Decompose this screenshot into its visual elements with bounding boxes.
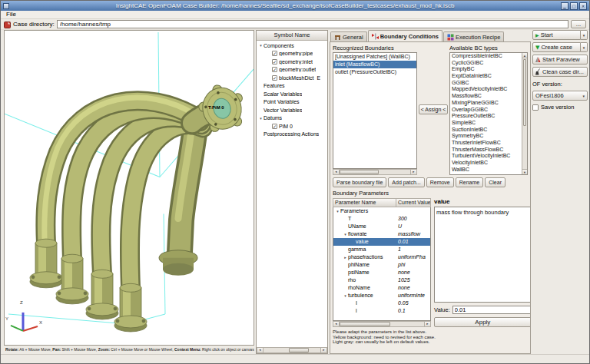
- checkbox-icon[interactable]: ✓: [272, 67, 277, 72]
- start-dropdown-button[interactable]: ▾: [581, 30, 588, 40]
- save-version-checkbox-row[interactable]: Save version: [532, 103, 588, 111]
- tree-h-scrollbar[interactable]: ◂ ▸: [257, 347, 327, 353]
- boundary-item-outlet-pressureoutletbc[interactable]: outlet (PressureOutletBC): [333, 68, 416, 76]
- param-row-value[interactable]: value0.01: [333, 238, 430, 246]
- tab-general[interactable]: General: [330, 31, 367, 42]
- apply-button[interactable]: Apply: [434, 317, 531, 327]
- tree-item-components[interactable]: ▾Components: [257, 41, 327, 50]
- checkbox-icon[interactable]: ✓: [272, 51, 277, 56]
- bc-type-suctioninletbc[interactable]: SuctionInletBC: [450, 127, 521, 134]
- case-directory-input[interactable]: [57, 20, 568, 28]
- boundary-item-unassigned-patches-wallbc[interactable]: [Unassigned Patches] (WallBC): [333, 53, 416, 61]
- bc-type-emptybc[interactable]: EmptyBC: [450, 66, 521, 73]
- param-row-rhoname[interactable]: rhoNamenone: [333, 284, 430, 292]
- bc-type-overlapggibc[interactable]: OverlapGGIBC: [450, 107, 521, 114]
- bc-type-wallbc[interactable]: WallBC: [450, 167, 521, 174]
- title-bar[interactable]: InsightCAE OpenFOAM Case Builder: /home/…: [1, 1, 589, 11]
- param-row-gamma[interactable]: gamma1: [333, 246, 430, 253]
- symbol-tree-header[interactable]: Symbol Name: [257, 31, 327, 41]
- save-version-checkbox[interactable]: [532, 104, 539, 111]
- param-row-parameters[interactable]: ▾Parameters: [333, 207, 430, 215]
- assign-button[interactable]: < Assign <: [419, 104, 448, 114]
- scroll-thumb[interactable]: [289, 348, 309, 352]
- bc-type-exptdatainletbc[interactable]: ExptDataInletBC: [450, 73, 521, 80]
- boundary-item-inlet-massflowbc[interactable]: inlet (MassflowBC): [333, 61, 416, 68]
- add-patch-button[interactable]: Add patch...: [388, 177, 424, 187]
- scroll-thumb[interactable]: [523, 59, 526, 126]
- scroll-thumb[interactable]: [340, 170, 379, 174]
- clear-button[interactable]: Clear: [485, 177, 505, 187]
- param-row-uname[interactable]: UNameU: [333, 223, 430, 230]
- maximize-button[interactable]: □: [570, 2, 578, 10]
- param-row-turbulence[interactable]: ▾turbulenceuniformInte: [333, 292, 430, 299]
- bc-type-ggibc[interactable]: GGIBC: [450, 80, 521, 87]
- scroll-down-icon[interactable]: ▾: [522, 169, 527, 174]
- available-bc-list[interactable]: ▴ ▾ CompressibleInletBCCyclicGGIBCEmptyB…: [449, 52, 528, 175]
- tree-item-vector-variables[interactable]: Vector Variables: [257, 106, 327, 114]
- tree-item-geometry-inlet[interactable]: ✓geometry:inlet: [257, 58, 327, 66]
- tree-item-features[interactable]: Features: [257, 82, 327, 91]
- recognized-boundaries-list[interactable]: [Unassigned Patches] (WallBC)inlet (Mass…: [333, 52, 417, 169]
- bc-type-massflowbc[interactable]: MassflowBC: [450, 93, 521, 100]
- scroll-left-icon[interactable]: ◂: [333, 322, 340, 326]
- scroll-left-icon[interactable]: ◂: [333, 170, 340, 174]
- param-row-phiname[interactable]: phiNamephi: [333, 261, 430, 269]
- param-row-t[interactable]: T300: [333, 215, 430, 223]
- tree-item-blockmeshdict-e[interactable]: ✓blockMeshDict_E: [257, 74, 327, 82]
- param-row-i[interactable]: I0.05: [333, 299, 430, 307]
- bc-type-thrustermassflowbc[interactable]: ThrusterMassFlowBC: [450, 147, 521, 154]
- bc-type-symmetrybc[interactable]: SymmetryBC: [450, 133, 521, 140]
- bc-type-velocityinletbc[interactable]: VelocityInletBC: [450, 160, 521, 167]
- scroll-right-icon[interactable]: ▸: [424, 322, 430, 326]
- tree-item-pim-0[interactable]: ✓PiM 0: [257, 122, 327, 131]
- bc-type-thrusterinletflowbc[interactable]: ThrusterInletFlowBC: [450, 140, 521, 147]
- value-input[interactable]: [452, 306, 531, 314]
- tree-item-point-variables[interactable]: Point Variables: [257, 98, 327, 107]
- rename-button[interactable]: Rename: [456, 177, 483, 187]
- tree-item-geometry-pipe[interactable]: ✓geometry:pipe: [257, 50, 327, 58]
- scroll-up-icon[interactable]: ▴: [522, 53, 527, 58]
- param-row-psiname[interactable]: psiNamenone: [333, 269, 430, 276]
- available-v-scrollbar[interactable]: ▴ ▾: [522, 53, 527, 174]
- param-row-flowrate[interactable]: ▾flowratemassflow: [333, 230, 430, 238]
- start-button[interactable]: ▶ Start: [532, 30, 581, 40]
- remove-button[interactable]: Remove: [426, 177, 454, 187]
- parameter-table-body[interactable]: ▾ParametersT300UNameU▾flowratemassflowva…: [333, 207, 431, 321]
- bc-type-pressureoutletbc[interactable]: PressureOutletBC: [450, 113, 521, 120]
- tree-item-postprocessing-actions[interactable]: Postprocessing Actions: [257, 131, 327, 139]
- recognized-h-scrollbar[interactable]: ◂ ▸: [333, 169, 417, 175]
- of-version-select[interactable]: OFesi1806 ▾: [532, 91, 588, 101]
- browse-button[interactable]: ...: [571, 20, 586, 28]
- create-case-button[interactable]: ▼ Create case: [532, 42, 581, 52]
- checkbox-icon[interactable]: ✓: [272, 124, 277, 129]
- create-case-dropdown-button[interactable]: ▾: [581, 42, 588, 52]
- parameter-h-scrollbar[interactable]: ◂ ▸: [333, 321, 431, 327]
- clean-case-dir-button[interactable]: Clean case dir...: [532, 67, 588, 77]
- bc-type-simplebc[interactable]: SimpleBC: [450, 120, 521, 127]
- close-button[interactable]: ✕: [579, 2, 587, 10]
- tree-item-scalar-variables[interactable]: Scalar Variables: [257, 90, 327, 98]
- bc-type-compressibleinletbc[interactable]: CompressibleInletBC: [450, 53, 521, 60]
- bc-type-turbulentvelocityinletbc[interactable]: TurbulentVelocityInletBC: [450, 153, 521, 160]
- parse-boundary-file-button[interactable]: Parse boundary file: [333, 177, 386, 187]
- 3d-viewport[interactable]: T:PiM 0 X Y Z: [4, 30, 254, 346]
- checkbox-icon[interactable]: ✓: [272, 59, 277, 65]
- bc-type-mixingplaneggibc[interactable]: MixingPlaneGGIBC: [450, 100, 521, 107]
- scroll-thumb[interactable]: [340, 322, 390, 326]
- bc-type-cyclicggibc[interactable]: CyclicGGIBC: [450, 60, 521, 67]
- checkbox-icon[interactable]: ✓: [272, 75, 277, 81]
- tree-item-datums[interactable]: ▾Datums: [257, 114, 327, 123]
- parameter-table-header[interactable]: Parameter Name Current Value: [333, 198, 431, 207]
- tab-execution-recipe[interactable]: Execution Recipe: [443, 31, 504, 42]
- start-paraview-button[interactable]: Start Paraview: [532, 55, 588, 65]
- menu-file[interactable]: File: [4, 11, 18, 18]
- minimize-button[interactable]: ▁: [561, 2, 568, 10]
- scroll-right-icon[interactable]: ▸: [320, 348, 326, 352]
- param-row-phasefractions[interactable]: ▸phasefractionsuniformPha: [333, 253, 430, 261]
- tab-boundary-conditions[interactable]: Boundary Conditions: [368, 30, 442, 42]
- param-row-l[interactable]: l0.1: [333, 307, 430, 315]
- tree-item-geometry-outlet[interactable]: ✓geometry:outlet: [257, 66, 327, 74]
- scroll-right-icon[interactable]: ▸: [410, 170, 416, 174]
- bc-type-mappedvelocityinletbc[interactable]: MappedVelocityInletBC: [450, 86, 521, 93]
- scroll-left-icon[interactable]: ◂: [257, 348, 264, 352]
